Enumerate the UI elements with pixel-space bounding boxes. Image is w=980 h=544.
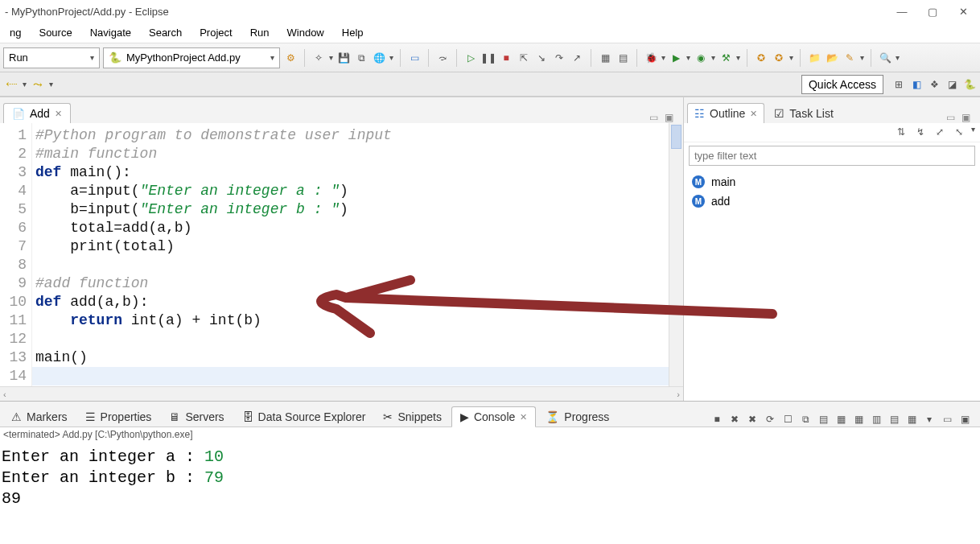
chevron-down-icon[interactable]: ▾ [860,53,864,62]
step-return-icon[interactable]: ↗ [570,51,584,65]
maximize-view-icon[interactable]: ▣ [961,112,970,123]
collapse-icon[interactable]: ⤢ [933,125,947,139]
console-toolbar-icon[interactable]: ✖ [727,412,742,427]
console-toolbar-icon[interactable]: ⧉ [798,412,813,427]
resume-icon[interactable]: ▷ [463,51,478,65]
console-toolbar-icon[interactable]: ▭ [940,412,954,427]
step-into-icon[interactable]: ↘ [534,51,549,65]
tab-data-source-explorer[interactable]: 🗄Data Source Explorer [234,407,374,427]
code-line[interactable] [35,330,669,348]
open-perspective-icon[interactable]: ⊞ [891,77,906,92]
chevron-down-icon[interactable]: ▾ [711,53,715,62]
menu-run[interactable]: Run [242,24,278,41]
step-over-icon[interactable]: ↷ [552,51,566,65]
code-line[interactable]: b=input("Enter an integer b : ") [35,200,669,219]
scroll-left-icon[interactable]: ‹ [3,389,6,399]
console-toolbar-icon[interactable]: ▦ [851,412,866,427]
menu-navigate[interactable]: Navigate [82,24,139,41]
menu-window[interactable]: Window [279,24,332,41]
code-line[interactable]: #main function [35,145,669,163]
code-area[interactable]: #Python program to demonstrate user inpu… [32,123,669,386]
tab-properties[interactable]: ☰Properties [77,407,160,427]
new-server-icon[interactable]: ✪ [754,51,768,65]
outline-filter-input[interactable] [689,146,975,166]
expand-icon[interactable]: ⤡ [952,125,966,139]
folder-open-icon[interactable]: 📂 [825,51,839,65]
console-toolbar-icon[interactable]: ▥ [869,412,883,427]
menu-project[interactable]: Project [191,24,240,41]
editor-tab-add[interactable]: 📄 Add ✕ [3,103,71,123]
stop-icon[interactable]: ■ [499,51,513,65]
vertical-scrollbar[interactable] [669,123,683,386]
chevron-down-icon[interactable]: ▾ [389,53,393,62]
sort-icon[interactable]: ⇅ [894,125,908,139]
outline-item-main[interactable]: Mmain [692,172,972,192]
disconnect-icon[interactable]: ⇱ [517,51,531,65]
chevron-down-icon[interactable]: ▾ [686,53,690,62]
scroll-right-icon[interactable]: › [677,389,680,399]
menu-ng[interactable]: ng [2,24,29,41]
globe-icon[interactable]: 🌐 [372,51,386,65]
maximize-button[interactable]: ▢ [927,6,938,17]
maximize-view-icon[interactable]: ▣ [665,112,673,123]
forward-icon[interactable]: ⤳ [30,77,46,92]
new-icon[interactable]: ✧ [311,51,326,65]
close-icon[interactable]: ✕ [750,109,757,119]
tab-outline[interactable]: ☷ Outline ✕ [687,103,764,123]
console-toolbar-icon[interactable]: ☐ [780,412,795,427]
console-toolbar-icon[interactable]: ▣ [957,412,972,427]
folder-icon[interactable]: 📁 [807,51,821,65]
pydev-perspective-icon[interactable]: 🐍 [962,77,977,92]
chevron-down-icon[interactable]: ▾ [23,80,27,89]
chevron-down-icon[interactable]: ▾ [661,53,665,62]
toolbar-icon[interactable]: ▦ [598,51,612,65]
code-line[interactable]: return int(a) + int(b) [35,311,669,330]
tab-servers[interactable]: 🖥Servers [161,407,232,427]
console-toolbar-icon[interactable]: ▦ [834,412,848,427]
code-editor[interactable]: 1234567891011121314 #Python program to d… [0,123,683,386]
chevron-down-icon[interactable]: ▾ [49,80,53,89]
gear-icon[interactable]: ⚙ [283,51,298,65]
quick-access-field[interactable]: Quick Access [801,75,883,94]
menu-help[interactable]: Help [334,24,372,41]
screen-icon[interactable]: ▭ [407,51,422,65]
console-toolbar-icon[interactable]: ⟳ [763,412,777,427]
console-toolbar-icon[interactable]: ■ [710,412,724,427]
back-icon[interactable]: ⬸ [3,77,19,92]
tab-progress[interactable]: ⏳Progress [537,407,617,427]
toolbar-icon[interactable]: ✪ [772,51,786,65]
perspective-icon[interactable]: ◧ [909,77,924,92]
outline-item-add[interactable]: Madd [692,192,972,211]
code-line[interactable]: def main(): [35,163,669,182]
minimize-button[interactable]: — [896,6,908,17]
tab-console[interactable]: ▶Console✕ [451,406,536,427]
menu-source[interactable]: Source [31,24,80,41]
perspective-icon[interactable]: ❖ [927,77,941,92]
close-button[interactable]: ✕ [957,6,969,17]
filter-icon[interactable]: ↯ [913,125,928,139]
debug-icon[interactable]: 🐞 [644,51,658,65]
console-output[interactable]: Enter an integer a : 10Enter an integer … [0,443,980,544]
chevron-down-icon[interactable]: ▾ [736,53,740,62]
code-line[interactable]: #add function [35,274,669,293]
coverage-icon[interactable]: ◉ [694,51,708,65]
tab-snippets[interactable]: ✂Snippets [375,407,449,427]
code-line[interactable]: total=add(a,b) [35,219,669,237]
console-toolbar-icon[interactable]: ▦ [904,412,919,427]
minimize-view-icon[interactable]: ▭ [946,112,955,123]
chevron-down-icon[interactable]: ▾ [896,53,900,62]
code-line[interactable]: print(total) [35,237,669,256]
console-toolbar-icon[interactable]: ▾ [922,412,937,427]
search-icon[interactable]: 🔍 [878,51,892,65]
scrollbar-thumb[interactable] [671,125,681,149]
minimize-view-icon[interactable]: ▭ [649,112,658,123]
project-combo[interactable]: 🐍 MyPythonProject Add.py ▾ [103,47,280,68]
chevron-down-icon[interactable]: ▾ [789,53,793,62]
external-tools-icon[interactable]: ⚒ [719,51,733,65]
skip-icon[interactable]: ⤼ [435,51,450,65]
save-icon[interactable]: 💾 [336,51,351,65]
chevron-down-icon[interactable]: ▾ [329,53,333,62]
perspective-icon[interactable]: ◪ [945,77,959,92]
tab-markers[interactable]: ⚠Markers [3,407,76,427]
code-line[interactable]: a=input("Enter an integer a : ") [35,182,669,200]
